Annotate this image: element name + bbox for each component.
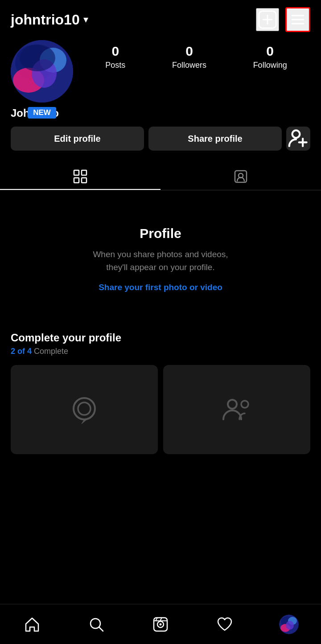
following-count: 0 [266, 44, 274, 59]
stat-followers[interactable]: 0 Followers [172, 44, 206, 70]
tagged-icon [234, 169, 248, 184]
profile-empty-desc: When you share photos and videos,they'll… [11, 248, 310, 274]
search-icon [88, 616, 105, 633]
home-icon [24, 616, 41, 633]
tab-grid[interactable] [0, 163, 160, 190]
edit-profile-button[interactable]: Edit profile [11, 127, 144, 151]
svg-point-24 [241, 401, 248, 408]
username-text: johntrio10 [11, 12, 80, 28]
svg-line-26 [99, 627, 103, 631]
followers-count: 0 [185, 44, 193, 59]
profile-empty-title: Profile [11, 226, 310, 241]
avatar-wrapper: NEW John Trio [11, 40, 73, 119]
nav-profile-avatar [279, 615, 299, 634]
nav-likes[interactable] [207, 611, 243, 638]
complete-profile-section: Complete your profile 2 of 4 Complete [0, 319, 321, 454]
nav-home[interactable] [14, 611, 50, 638]
svg-point-23 [228, 400, 237, 409]
complete-profile-progress: 2 of 4 Complete [11, 347, 310, 356]
complete-profile-title: Complete your profile [11, 332, 310, 344]
top-header: johntrio10 ▾ [0, 0, 321, 36]
avatar[interactable] [11, 40, 73, 103]
profile-section: NEW John Trio 0 Posts 0 Followers 0 Foll… [0, 36, 321, 151]
nav-avatar-image [279, 615, 299, 634]
svg-rect-17 [74, 178, 79, 183]
bottom-nav [0, 604, 321, 644]
chevron-down-icon[interactable]: ▾ [83, 14, 88, 25]
complete-card-2[interactable] [163, 365, 310, 454]
progress-highlight: 2 of 4 [11, 347, 32, 356]
username-row: johntrio10 ▾ [11, 12, 88, 28]
posts-label: Posts [105, 61, 125, 70]
svg-rect-16 [82, 170, 86, 175]
stats-row: 0 Posts 0 Followers 0 Following [82, 40, 310, 70]
menu-icon [289, 11, 306, 28]
following-label: Following [253, 61, 287, 70]
menu-button[interactable] [285, 7, 310, 32]
svg-point-11 [20, 45, 55, 71]
svg-point-29 [160, 623, 162, 625]
svg-point-21 [74, 398, 95, 419]
heart-icon [216, 616, 233, 633]
progress-text: Complete [34, 347, 68, 356]
stat-posts[interactable]: 0 Posts [105, 44, 125, 70]
stat-following[interactable]: 0 Following [253, 44, 287, 70]
grid-icon [73, 169, 87, 184]
share-first-photo-link[interactable]: Share your first photo or video [99, 283, 222, 292]
add-post-icon [258, 10, 277, 29]
svg-point-37 [286, 621, 294, 630]
posts-count: 0 [111, 44, 119, 59]
avatar-image [11, 40, 73, 103]
nav-profile[interactable] [271, 611, 307, 638]
action-buttons: Edit profile Share profile [11, 127, 310, 151]
svg-rect-15 [74, 170, 79, 175]
reels-icon [152, 616, 169, 633]
tabs-row [0, 163, 321, 190]
nav-reels[interactable] [143, 611, 178, 638]
chat-bubble-icon [66, 392, 102, 427]
complete-cards [11, 365, 310, 454]
nav-search[interactable] [78, 611, 114, 638]
people-icon [219, 392, 255, 427]
tab-tagged[interactable] [160, 163, 321, 190]
add-person-button[interactable] [286, 127, 310, 151]
share-profile-button[interactable]: Share profile [148, 127, 282, 151]
header-icons [256, 7, 310, 32]
add-person-icon [286, 127, 310, 151]
new-badge: NEW [28, 107, 56, 119]
add-post-button[interactable] [256, 8, 279, 31]
svg-rect-18 [82, 178, 86, 183]
svg-point-22 [78, 402, 91, 415]
complete-card-1[interactable] [11, 365, 158, 454]
profile-row: NEW John Trio 0 Posts 0 Followers 0 Foll… [11, 40, 310, 119]
empty-state: Profile When you share photos and videos… [0, 190, 321, 319]
followers-label: Followers [172, 61, 206, 70]
svg-point-12 [292, 130, 300, 138]
